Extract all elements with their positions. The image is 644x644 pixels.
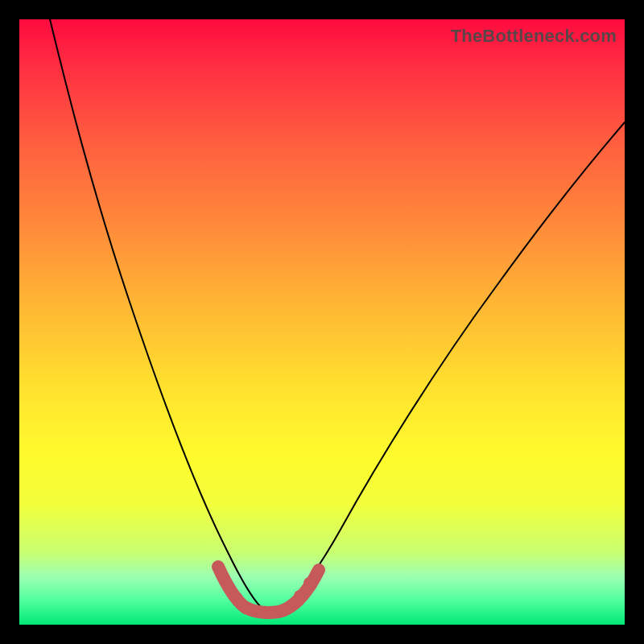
watermark-text: TheBottleneck.com	[451, 26, 617, 47]
band-dot	[303, 577, 315, 588]
sweet-spot-band	[218, 567, 319, 613]
band-dot	[294, 590, 305, 601]
band-dot	[221, 577, 233, 588]
band-dot	[231, 592, 242, 603]
band-dot	[213, 561, 224, 572]
bottleneck-curve	[50, 19, 625, 607]
band-dot	[313, 564, 324, 576]
bottleneck-curve-svg	[19, 19, 625, 625]
chart-area: TheBottleneck.com	[19, 19, 625, 625]
